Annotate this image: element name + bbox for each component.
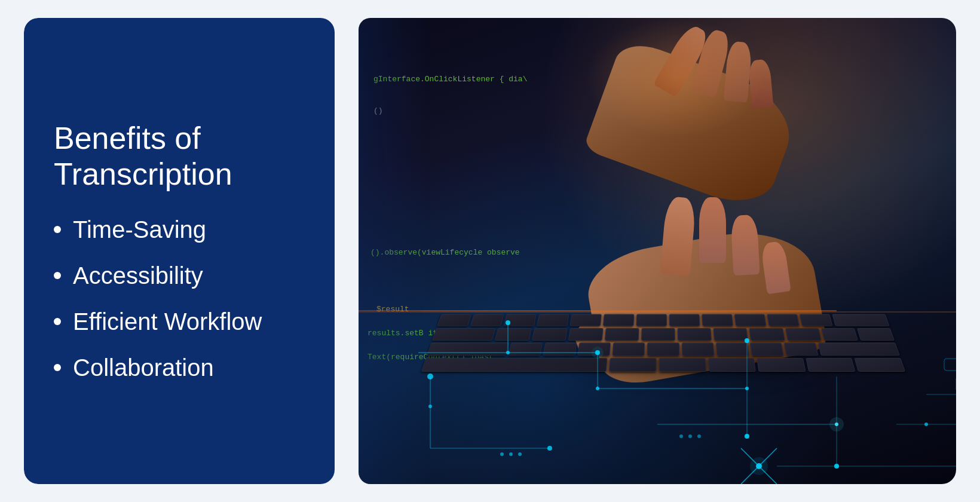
- key: [427, 342, 509, 356]
- bullet-label-3: Efficient Workflow: [73, 308, 262, 335]
- finger-ring: [730, 215, 760, 276]
- key: [612, 342, 645, 356]
- key: [609, 358, 656, 372]
- key: [749, 328, 785, 341]
- bullet-label-4: Collaboration: [73, 354, 214, 381]
- key-spacebar: [421, 358, 608, 372]
- key: [750, 342, 784, 356]
- key-row-4: [421, 358, 905, 372]
- key: [713, 328, 749, 341]
- key-row-2: [432, 328, 895, 341]
- key: [716, 342, 749, 356]
- key: [757, 358, 806, 372]
- key: [569, 314, 601, 326]
- key: [578, 342, 611, 356]
- key: [437, 314, 471, 326]
- key: [767, 314, 800, 326]
- key: [537, 314, 569, 326]
- key: [470, 314, 504, 326]
- key: [806, 358, 856, 372]
- key: [708, 358, 756, 372]
- key: [800, 314, 833, 326]
- key: [682, 342, 714, 356]
- key: [605, 328, 639, 341]
- left-fade: [359, 18, 430, 484]
- key: [543, 342, 577, 356]
- left-panel: Benefits ofTranscription Time-Saving Acc…: [24, 18, 335, 484]
- key: [603, 314, 634, 326]
- key: [857, 328, 895, 341]
- key: [508, 342, 543, 356]
- key-row-3: [427, 342, 900, 356]
- bullet-dot-2: [54, 272, 61, 279]
- bullet-dot-4: [54, 364, 61, 371]
- key: [734, 314, 767, 326]
- key-row-1: [437, 314, 889, 326]
- key: [568, 328, 604, 341]
- bullet-item-collaboration: Collaboration: [54, 354, 305, 381]
- warm-light: [586, 18, 765, 137]
- key: [818, 342, 900, 356]
- right-panel: gInterface.OnClickListener { dia\ () ().…: [359, 18, 956, 484]
- bullet-list: Time-Saving Accessibility Efficient Work…: [54, 216, 305, 381]
- key: [678, 328, 712, 341]
- key: [669, 314, 700, 326]
- bullet-item-accessibility: Accessibility: [54, 262, 305, 289]
- title-text: Benefits ofTranscription: [54, 121, 232, 191]
- key: [702, 314, 733, 326]
- key: [784, 342, 819, 356]
- key: [531, 328, 567, 341]
- key: [495, 328, 531, 341]
- bullet-label-1: Time-Saving: [73, 216, 206, 243]
- main-title: Benefits ofTranscription: [54, 121, 305, 192]
- keyboard-3d: [394, 314, 932, 448]
- key: [647, 342, 679, 356]
- key: [636, 314, 666, 326]
- key: [785, 328, 822, 341]
- bullet-dot-1: [54, 226, 61, 233]
- key: [659, 358, 706, 372]
- key: [855, 358, 905, 372]
- bullet-item-time-saving: Time-Saving: [54, 216, 305, 243]
- key: [641, 328, 675, 341]
- main-container: Benefits ofTranscription Time-Saving Acc…: [24, 18, 956, 484]
- key: [503, 314, 536, 326]
- bullet-item-efficient-workflow: Efficient Workflow: [54, 308, 305, 335]
- bullet-label-2: Accessibility: [73, 262, 203, 289]
- key: [832, 314, 889, 326]
- bullet-dot-3: [54, 318, 61, 325]
- left-hand-area: [538, 18, 837, 209]
- key: [821, 328, 858, 341]
- key: [432, 328, 495, 341]
- tech-image: gInterface.OnClickListener { dia\ () ().…: [359, 18, 956, 484]
